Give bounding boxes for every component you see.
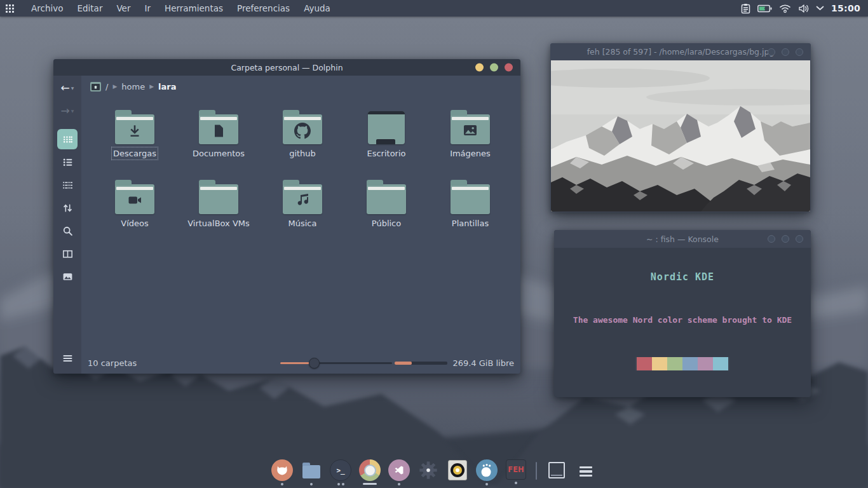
folder-label: Descargas <box>113 149 156 158</box>
dock-item-terminal[interactable]: >_ <box>329 459 353 485</box>
folder-item-imagenes[interactable]: Imágenes <box>428 104 512 173</box>
menu-ver[interactable]: Ver <box>109 0 137 17</box>
compact-view-button[interactable] <box>57 175 78 195</box>
volume-icon[interactable] <box>798 4 809 13</box>
maximize-button[interactable] <box>782 235 789 243</box>
folder-item-musica[interactable]: Música <box>261 173 344 243</box>
task-indicator <box>281 482 283 485</box>
dock-item-feh[interactable]: FEH <box>504 459 528 484</box>
video-camera-icon <box>126 193 143 208</box>
search-button[interactable] <box>57 220 78 241</box>
dock-item-file-manager[interactable] <box>299 459 323 485</box>
dock-item-app-menu[interactable] <box>574 459 598 487</box>
folder-label: github <box>289 149 316 158</box>
wifi-icon[interactable] <box>779 4 791 13</box>
menu-ir[interactable]: Ir <box>137 0 158 17</box>
folder-label: Imágenes <box>450 149 491 158</box>
system-tray <box>741 3 824 14</box>
maximize-button[interactable] <box>490 64 498 72</box>
minimize-button[interactable] <box>768 48 775 56</box>
folder-item-github[interactable]: github <box>261 104 344 173</box>
konsole-window-title: ~ : fish — Konsole <box>646 234 719 244</box>
folder-item-documentos[interactable]: Documentos <box>177 104 261 173</box>
menu-herramientas[interactable]: Herramientas <box>158 0 230 17</box>
terminal-viewport[interactable]: Nordic KDE The awesome Nord color scheme… <box>554 248 811 397</box>
app-launcher-button[interactable] <box>0 0 19 17</box>
folder-item-videos[interactable]: Vídeos <box>93 173 177 243</box>
dock-item-music-player[interactable] <box>445 459 470 485</box>
folder-item-virtualbox-vms[interactable]: VirtualBox VMs <box>177 173 261 243</box>
slider-knob[interactable] <box>309 358 320 369</box>
file-manager-icon <box>301 459 322 481</box>
gear-icon <box>417 459 439 481</box>
menu-editar[interactable]: Editar <box>70 0 109 17</box>
preview-button[interactable] <box>57 266 78 287</box>
breadcrumb-current[interactable]: lara <box>158 82 176 92</box>
compact-view-icon <box>62 180 73 191</box>
free-space: 269.4 GiB libre <box>452 358 514 368</box>
clipboard-icon[interactable] <box>741 3 750 14</box>
konsole-titlebar[interactable]: ~ : fish — Konsole <box>554 230 811 248</box>
forward-button[interactable]: →▼ <box>53 102 81 119</box>
palette-swatch <box>713 357 728 370</box>
maximize-button[interactable] <box>782 48 789 56</box>
folder-item-publico[interactable]: Público <box>344 173 428 243</box>
chevron-down-icon[interactable] <box>816 6 824 11</box>
dock-item-chromium[interactable] <box>358 459 382 485</box>
sort-icon <box>62 203 73 214</box>
folder-icon <box>115 114 154 144</box>
konsole-window[interactable]: ~ : fish — Konsole Nordic KDE The awesom… <box>554 230 811 397</box>
search-icon <box>62 226 73 236</box>
folder-icon <box>283 184 322 214</box>
close-button[interactable] <box>796 48 803 56</box>
dock-item-vscode[interactable] <box>387 459 411 485</box>
feh-titlebar[interactable]: feh [285 of 597] - /home/lara/Descargas/… <box>550 43 811 60</box>
hamburger-menu-button[interactable] <box>62 353 74 366</box>
image-icon <box>462 123 478 138</box>
show-desktop-icon <box>548 462 565 478</box>
chevron-down-icon: ▼ <box>71 109 74 113</box>
dolphin-window[interactable]: Carpeta personal — Dolphin ←▼ →▼ <box>53 59 520 374</box>
folder-item-descargas[interactable]: Descargas <box>93 104 177 173</box>
terminal-heading: Nordic KDE <box>554 271 811 283</box>
folder-item-plantillas[interactable]: Plantillas <box>428 173 512 243</box>
feh-window[interactable]: feh [285 of 597] - /home/lara/Descargas/… <box>550 43 811 212</box>
palette-swatch <box>682 357 698 370</box>
task-indicator-active <box>363 482 377 485</box>
palette-strip <box>635 357 729 370</box>
dock-item-settings[interactable] <box>416 459 440 485</box>
details-view-button[interactable] <box>57 152 78 172</box>
home-folder-icon[interactable] <box>90 82 101 92</box>
clock[interactable]: 15:00 <box>831 3 860 13</box>
folder-item-escritorio[interactable]: Escritorio <box>344 104 428 173</box>
back-button[interactable]: ←▼ <box>53 79 81 96</box>
feh-image-viewport[interactable] <box>551 60 810 212</box>
task-indicator <box>337 482 344 485</box>
forward-arrow-icon: → <box>61 105 70 116</box>
battery-icon[interactable] <box>757 4 772 13</box>
breadcrumb-root[interactable]: / <box>105 82 108 92</box>
breadcrumb-home[interactable]: home <box>121 82 145 92</box>
dock-separator <box>536 462 537 480</box>
menu-archivo[interactable]: Archivo <box>24 0 70 17</box>
zoom-slider[interactable] <box>280 356 392 369</box>
minimize-button[interactable] <box>768 235 775 243</box>
dock-item-messenger[interactable] <box>475 459 499 485</box>
palette-swatch <box>652 357 667 370</box>
folder-label: Documentos <box>193 149 245 158</box>
hamburger-menu-icon <box>62 353 74 363</box>
minimize-button[interactable] <box>475 64 484 72</box>
dolphin-titlebar[interactable]: Carpeta personal — Dolphin <box>53 59 520 76</box>
folder-icon <box>367 184 406 214</box>
close-button[interactable] <box>796 235 803 243</box>
icons-view-button[interactable] <box>57 129 78 149</box>
dock-item-show-desktop[interactable] <box>545 459 569 483</box>
split-view-button[interactable] <box>57 243 78 264</box>
menu-ayuda[interactable]: Ayuda <box>297 0 337 17</box>
dock-item-firefox[interactable] <box>270 459 294 485</box>
menu-preferencias[interactable]: Preferencias <box>230 0 297 17</box>
task-indicator <box>398 482 400 485</box>
close-button[interactable] <box>505 64 513 72</box>
sort-button[interactable] <box>57 198 78 218</box>
split-view-icon <box>62 248 73 259</box>
